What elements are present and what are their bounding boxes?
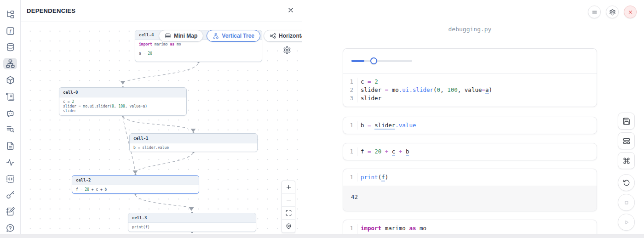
code-line: 1f = 20 + c + b <box>343 147 597 156</box>
sidebar-item-variables[interactable]: f <box>3 25 17 37</box>
notebook-cell[interactable]: 1print(f)42 <box>343 169 597 211</box>
view-button-label: Vertical Tree <box>222 33 254 39</box>
layout-button[interactable] <box>618 132 635 149</box>
center-location-icon <box>285 223 292 230</box>
graph-node-code: print(f) <box>128 223 256 232</box>
graph-code-token: slider = mo.ui.slider( <box>63 104 112 108</box>
cell-output: 42 <box>343 186 597 211</box>
graph-node-cell-0[interactable]: cell-0c = 2slider = mo.ui.slider(0, 100,… <box>59 87 187 116</box>
horizontal-tree-icon <box>270 33 276 39</box>
code-token: slider <box>361 95 381 102</box>
sidebar-item-secrets[interactable] <box>3 190 17 201</box>
sidebar-item-tracing[interactable] <box>3 157 17 168</box>
command-palette-button[interactable] <box>618 152 635 169</box>
code-text: slider <box>361 94 381 102</box>
graph-code-token: marimo <box>152 42 170 46</box>
dependencies-panel: DEPENDENCIES Mini MapVertical TreeHorizo… <box>21 0 302 234</box>
view-button-vertical-tree[interactable]: Vertical Tree <box>207 30 260 42</box>
sidebar-item-snippets[interactable] <box>3 173 17 185</box>
stop-button[interactable] <box>618 194 635 211</box>
sidebar-item-datasources[interactable] <box>3 42 17 53</box>
graph-code-token: a = <box>139 51 148 56</box>
menu-button[interactable] <box>588 6 601 18</box>
layout-icon <box>622 137 631 145</box>
code-token: ) <box>385 174 389 181</box>
line-number: 3 <box>343 94 357 102</box>
code-editor[interactable]: 1b = slider.value <box>343 117 597 134</box>
notebook-settings-button[interactable] <box>606 6 619 18</box>
code-text: c = 2 <box>361 78 378 86</box>
code-editor[interactable]: 1import marimo as mo2 <box>343 220 597 234</box>
view-button-label: Horizontal Tree <box>279 33 302 39</box>
center-location-button[interactable] <box>282 220 295 232</box>
run-button[interactable] <box>618 214 635 231</box>
packages-icon <box>6 75 15 85</box>
notebook-cell[interactable]: 1c = 22slider = mo.ui.slider(0, 100, val… <box>343 48 597 107</box>
slider-output-area <box>343 49 597 74</box>
sidebar-item-help[interactable] <box>3 222 17 234</box>
code-editor[interactable]: 1c = 22slider = mo.ui.slider(0, 100, val… <box>343 74 597 107</box>
graph-settings-button[interactable] <box>283 46 291 56</box>
code-token: marimo <box>381 225 409 232</box>
view-button-mini-map[interactable]: Mini Map <box>159 30 203 42</box>
line-number: 1 <box>343 173 357 181</box>
help-icon <box>6 223 15 233</box>
undo-icon <box>622 179 631 187</box>
code-token: import <box>361 225 381 232</box>
sidebar-item-chat[interactable] <box>3 108 17 119</box>
undo-button[interactable] <box>618 174 635 191</box>
code-line: 1print(f) <box>343 173 597 181</box>
dependency-graph-canvas[interactable]: Mini MapVertical TreeHorizontal Tree cel… <box>21 22 302 234</box>
sidebar-item-logs[interactable] <box>3 91 17 102</box>
marimo-app: f DEPENDENCIES Mini MapVertical TreeHori… <box>0 0 644 238</box>
graph-node-cell-3[interactable]: cell-3print(f) <box>128 213 256 232</box>
shutdown-button[interactable] <box>624 6 637 18</box>
code-token: slider <box>361 86 381 93</box>
notebook-cell[interactable]: 1import marimo as mo2 <box>343 220 597 234</box>
sidebar-item-packages[interactable] <box>3 74 17 86</box>
graph-code-token: mo <box>174 42 181 46</box>
horizontal-scrollbar[interactable] <box>0 234 644 238</box>
sidebar-item-notepad[interactable] <box>3 206 17 217</box>
notebook-cell[interactable]: 1b = slider.value <box>343 117 597 134</box>
sidebar-item-documentation[interactable] <box>3 140 17 152</box>
gear-icon <box>609 9 616 16</box>
graph-node-cell-2[interactable]: cell-2f = 20 + c + b <box>72 175 199 194</box>
graph-code-line: slider = mo.ui.slider(0, 100, value=a) <box>63 104 183 109</box>
zoom-in-button[interactable] <box>282 181 295 194</box>
code-token: , value <box>458 86 482 93</box>
dependency-edge <box>123 117 188 128</box>
graph-code-token: 20 <box>148 51 152 56</box>
close-panel-button[interactable] <box>287 6 294 15</box>
code-token: = <box>368 148 371 155</box>
view-button-horizontal-tree[interactable]: Horizontal Tree <box>264 30 302 42</box>
edge-arrowhead <box>189 207 194 211</box>
graph-node-cell-1[interactable]: cell-1b = slider.value <box>129 133 258 152</box>
notebook-cell[interactable]: 1f = 20 + c + b <box>343 143 597 160</box>
dependencies-icon <box>6 59 15 68</box>
code-editor[interactable]: 1f = 20 + c + b <box>343 143 597 160</box>
fit-view-button[interactable] <box>282 207 295 220</box>
sidebar-item-file-tree[interactable] <box>3 9 17 20</box>
menu-icon <box>591 9 598 16</box>
sidebar-item-list-search[interactable] <box>3 124 17 135</box>
notebook-filename: debugging.py <box>343 26 597 33</box>
code-token: print <box>361 174 378 181</box>
slider-handle[interactable] <box>370 57 377 64</box>
zoom-out-button[interactable] <box>282 194 295 207</box>
code-editor[interactable]: 1print(f) <box>343 169 597 186</box>
code-token: c <box>361 78 364 85</box>
dependencies-panel-header: DEPENDENCIES <box>21 0 302 22</box>
code-token <box>381 86 385 93</box>
code-token: 2 <box>374 78 378 85</box>
graph-code-token: , value=a) <box>125 104 147 108</box>
edge-arrowhead <box>191 129 196 132</box>
save-button[interactable] <box>618 113 635 130</box>
slider-track[interactable] <box>351 60 412 62</box>
sidebar-item-dependencies[interactable] <box>3 58 17 69</box>
snippets-icon <box>6 174 15 184</box>
code-line: 1b = slider.value <box>343 121 597 130</box>
code-token: = <box>368 78 371 85</box>
edge-arrowhead <box>121 81 126 85</box>
datasources-icon <box>6 42 15 52</box>
